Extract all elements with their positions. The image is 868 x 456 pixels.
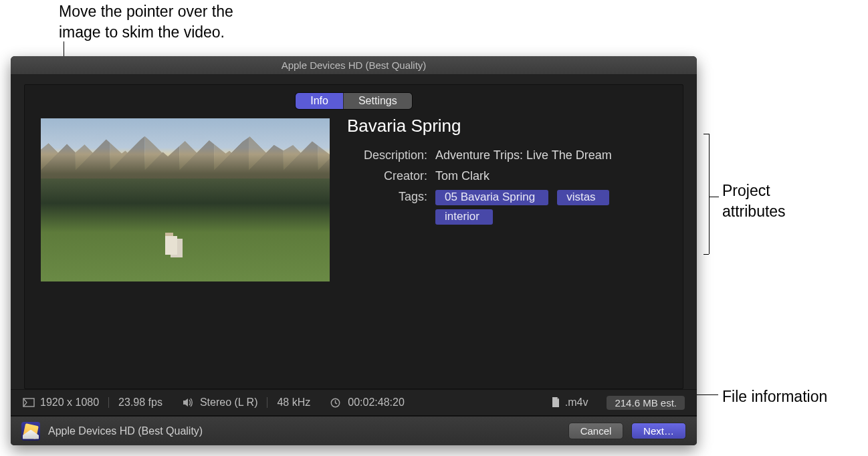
video-preview-thumbnail[interactable] <box>41 118 330 281</box>
leader-line <box>703 134 709 134</box>
separator <box>267 397 267 408</box>
destination-icon <box>21 422 40 441</box>
attr-row-creator: Creator: Tom Clark <box>347 169 667 183</box>
callout-project-attributes: Project attributes <box>722 181 786 222</box>
tag-chip[interactable]: interior <box>435 209 493 225</box>
next-button[interactable]: Next… <box>631 423 686 439</box>
share-dialog-window: Apple Devices HD (Best Quality) Info Set… <box>11 56 697 445</box>
window-title: Apple Devices HD (Best Quality) <box>11 56 697 75</box>
description-field[interactable]: Adventure Trips: Live The Dream <box>435 148 667 162</box>
leader-line <box>710 197 719 197</box>
file-info-bar: 1920 x 1080 23.98 fps Stereo (L R) 48 kH… <box>11 389 697 416</box>
separator <box>108 397 109 408</box>
svg-rect-0 <box>23 398 34 407</box>
tags-field[interactable]: 05 Bavaria Spring vistas interior <box>435 190 667 229</box>
audio-icon <box>183 398 195 407</box>
dimensions-icon <box>23 398 35 407</box>
dialog-footer: Apple Devices HD (Best Quality) Cancel N… <box>11 416 697 445</box>
file-size-badge: 214.6 MB est. <box>607 396 685 410</box>
fps-value: 23.98 fps <box>118 396 162 409</box>
tab-settings[interactable]: Settings <box>343 93 412 109</box>
leader-line <box>703 254 709 255</box>
sample-rate-value: 48 kHz <box>277 396 310 409</box>
cancel-button[interactable]: Cancel <box>568 423 623 439</box>
tab-bar: Info Settings <box>41 93 667 109</box>
label-description: Description: <box>347 148 427 162</box>
callout-skim-video: Move the pointer over the image to skim … <box>59 1 273 43</box>
tag-chip[interactable]: vistas <box>557 190 609 205</box>
document-icon <box>552 396 560 409</box>
label-tags: Tags: <box>347 190 427 204</box>
tag-chip[interactable]: 05 Bavaria Spring <box>435 190 548 205</box>
tab-segmented-control: Info Settings <box>296 93 412 109</box>
creator-field[interactable]: Tom Clark <box>435 169 667 183</box>
destination-label: Apple Devices HD (Best Quality) <box>48 425 203 437</box>
attr-row-description: Description: Adventure Trips: Live The D… <box>347 148 667 162</box>
attr-row-tags: Tags: 05 Bavaria Spring vistas interior <box>347 190 667 229</box>
resolution-value: 1920 x 1080 <box>40 396 99 409</box>
tab-info[interactable]: Info <box>296 93 343 109</box>
project-title: Bavaria Spring <box>347 116 667 136</box>
file-extension: .m4v <box>565 396 588 409</box>
clock-icon <box>330 398 342 407</box>
callout-file-information: File information <box>722 386 827 407</box>
body-row: Bavaria Spring Description: Adventure Tr… <box>41 118 667 281</box>
label-creator: Creator: <box>347 169 427 183</box>
content-area: Info Settings Bavaria Spring Description… <box>11 75 697 389</box>
inner-panel: Info Settings Bavaria Spring Description… <box>24 84 683 389</box>
leader-line <box>709 134 710 254</box>
audio-value: Stereo (L R) <box>200 396 258 409</box>
project-attributes-panel: Bavaria Spring Description: Adventure Tr… <box>347 118 667 281</box>
duration-value: 00:02:48:20 <box>348 396 405 409</box>
